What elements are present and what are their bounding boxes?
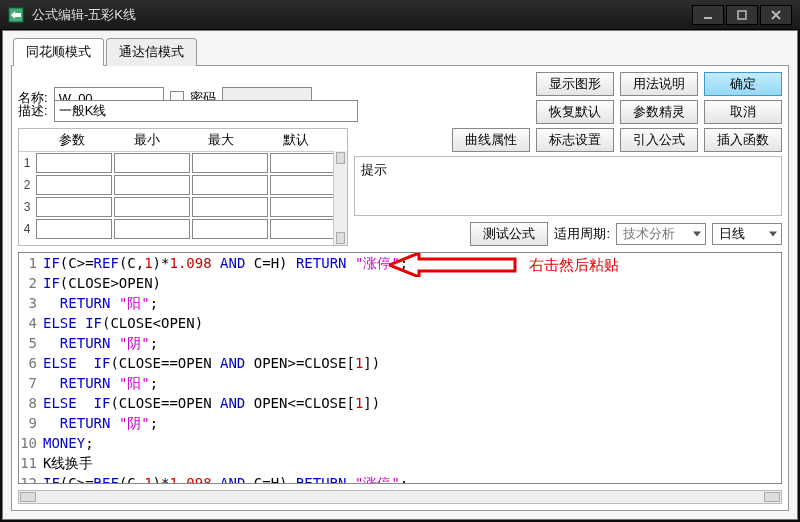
code-editor[interactable]: 右击然后粘贴 1IF(C>=REF(C,1)*1.098 AND C=H) RE… xyxy=(18,252,782,484)
param-cell[interactable] xyxy=(36,197,112,217)
period-kind-select[interactable]: 技术分析 xyxy=(616,223,706,245)
insert-fn-button[interactable]: 插入函数 xyxy=(704,128,782,152)
line-number: 12 xyxy=(19,473,43,484)
restore-button[interactable]: 恢复默认 xyxy=(536,100,614,124)
line-code[interactable]: RETURN "阳"; xyxy=(43,373,781,393)
param-cell[interactable] xyxy=(36,175,112,195)
usage-button[interactable]: 用法说明 xyxy=(620,72,698,96)
param-cell[interactable] xyxy=(192,219,268,239)
param-col-min: 最小 xyxy=(110,129,185,152)
line-code[interactable]: K线换手 xyxy=(43,453,781,473)
line-code[interactable]: ELSE IF(CLOSE==OPEN AND OPEN<=CLOSE[1]) xyxy=(43,393,781,413)
param-row-num: 1 xyxy=(19,156,35,170)
code-line[interactable]: 12IF(C>=REF(C,1)*1.098 AND C=H) RETURN "… xyxy=(19,473,781,484)
code-line[interactable]: 2IF(CLOSE>OPEN) xyxy=(19,273,781,293)
line-number: 9 xyxy=(19,413,43,433)
line-code[interactable]: MONEY; xyxy=(43,433,781,453)
param-row-num: 2 xyxy=(19,178,35,192)
maximize-button[interactable] xyxy=(726,5,758,25)
param-row: 3 xyxy=(19,196,347,218)
minimize-button[interactable] xyxy=(692,5,724,25)
row-desc: 描述: xyxy=(18,100,358,122)
titlebar-buttons xyxy=(690,5,792,25)
period-row: 测试公式 适用周期: 技术分析 日线 xyxy=(354,222,782,246)
editor-h-scrollbar[interactable] xyxy=(18,490,782,504)
line-code[interactable]: ELSE IF(CLOSE==OPEN AND OPEN>=CLOSE[1]) xyxy=(43,353,781,373)
param-cell[interactable] xyxy=(36,153,112,173)
code-line[interactable]: 6ELSE IF(CLOSE==OPEN AND OPEN>=CLOSE[1]) xyxy=(19,353,781,373)
code-line[interactable]: 7 RETURN "阳"; xyxy=(19,373,781,393)
desc-label: 描述: xyxy=(18,102,48,120)
code-line[interactable]: 4ELSE IF(CLOSE<OPEN) xyxy=(19,313,781,333)
param-row: 2 xyxy=(19,174,347,196)
param-wizard-button[interactable]: 参数精灵 xyxy=(620,100,698,124)
client-area: 同花顺模式 通达信模式 名称: 密码 显示图形 用法说明 确定 恢复默认 参数精… xyxy=(2,30,798,520)
param-cell[interactable] xyxy=(36,219,112,239)
param-col-max: 最大 xyxy=(184,129,259,152)
code-line[interactable]: 5 RETURN "阴"; xyxy=(19,333,781,353)
import-button[interactable]: 引入公式 xyxy=(620,128,698,152)
code-line[interactable]: 8ELSE IF(CLOSE==OPEN AND OPEN<=CLOSE[1]) xyxy=(19,393,781,413)
line-code[interactable]: ELSE IF(CLOSE<OPEN) xyxy=(43,313,781,333)
test-button[interactable]: 测试公式 xyxy=(470,222,548,246)
cancel-button[interactable]: 取消 xyxy=(704,100,782,124)
close-button[interactable] xyxy=(760,5,792,25)
mid-buttons: 曲线属性 标志设置 引入公式 插入函数 xyxy=(354,128,782,152)
titlebar: 公式编辑-五彩K线 xyxy=(0,0,800,30)
line-code[interactable]: RETURN "阴"; xyxy=(43,333,781,353)
param-cell[interactable] xyxy=(192,197,268,217)
line-code[interactable]: IF(CLOSE>OPEN) xyxy=(43,273,781,293)
app-icon xyxy=(8,7,24,23)
line-code[interactable]: IF(C>=REF(C,1)*1.098 AND C=H) RETURN "涨停… xyxy=(43,473,781,484)
line-code[interactable]: IF(C>=REF(C,1)*1.098 AND C=H) RETURN "涨停… xyxy=(43,253,781,273)
param-scrollbar[interactable] xyxy=(333,151,347,245)
window-root: 公式编辑-五彩K线 同花顺模式 通达信模式 名称: 密码 显示图形 用法说明 xyxy=(0,0,800,522)
line-number: 6 xyxy=(19,353,43,373)
mid-right: 曲线属性 标志设置 引入公式 插入函数 提示 测试公式 适用周期: 技术分析 日… xyxy=(354,128,782,246)
tab-tongdaxin[interactable]: 通达信模式 xyxy=(106,38,197,66)
param-rows: 1 2 xyxy=(19,152,347,240)
param-cell[interactable] xyxy=(192,153,268,173)
line-number: 5 xyxy=(19,333,43,353)
flag-set-button[interactable]: 标志设置 xyxy=(536,128,614,152)
param-col-name: 参数 xyxy=(35,129,110,152)
line-number: 3 xyxy=(19,293,43,313)
code-line[interactable]: 10MONEY; xyxy=(19,433,781,453)
code-line[interactable]: 11K线换手 xyxy=(19,453,781,473)
param-header: 参数 最小 最大 默认 xyxy=(19,129,347,152)
param-cell[interactable] xyxy=(192,175,268,195)
show-graph-button[interactable]: 显示图形 xyxy=(536,72,614,96)
hint-label: 提示 xyxy=(361,162,387,177)
tab-tonghuashun[interactable]: 同花顺模式 xyxy=(13,38,104,66)
code-line[interactable]: 3 RETURN "阳"; xyxy=(19,293,781,313)
line-number: 8 xyxy=(19,393,43,413)
param-cell[interactable] xyxy=(114,175,190,195)
main-panel: 名称: 密码 显示图形 用法说明 确定 恢复默认 参数精灵 取消 描述: xyxy=(11,65,789,511)
code-line[interactable]: 9 RETURN "阴"; xyxy=(19,413,781,433)
param-row-num: 3 xyxy=(19,200,35,214)
svg-rect-1 xyxy=(704,17,712,19)
line-code[interactable]: RETURN "阴"; xyxy=(43,413,781,433)
line-number: 10 xyxy=(19,433,43,453)
button-grid-right: 显示图形 用法说明 确定 恢复默认 参数精灵 取消 xyxy=(536,72,782,124)
param-cell[interactable] xyxy=(114,219,190,239)
annotation-text: 右击然后粘贴 xyxy=(529,255,619,275)
ok-button[interactable]: 确定 xyxy=(704,72,782,96)
param-cell[interactable] xyxy=(114,197,190,217)
code-line[interactable]: 1IF(C>=REF(C,1)*1.098 AND C=H) RETURN "涨… xyxy=(19,253,781,273)
param-row-num: 4 xyxy=(19,222,35,236)
line-code[interactable]: RETURN "阳"; xyxy=(43,293,781,313)
window-title: 公式编辑-五彩K线 xyxy=(32,6,690,24)
param-row: 4 xyxy=(19,218,347,240)
desc-input[interactable] xyxy=(54,100,358,122)
line-number: 7 xyxy=(19,373,43,393)
hint-box: 提示 xyxy=(354,156,782,216)
line-number: 2 xyxy=(19,273,43,293)
param-table: 参数 最小 最大 默认 1 xyxy=(18,128,348,246)
line-number: 1 xyxy=(19,253,43,273)
tab-strip: 同花顺模式 通达信模式 xyxy=(13,37,797,65)
param-cell[interactable] xyxy=(114,153,190,173)
period-label: 适用周期: xyxy=(554,225,610,243)
curve-attr-button[interactable]: 曲线属性 xyxy=(452,128,530,152)
period-value-select[interactable]: 日线 xyxy=(712,223,782,245)
